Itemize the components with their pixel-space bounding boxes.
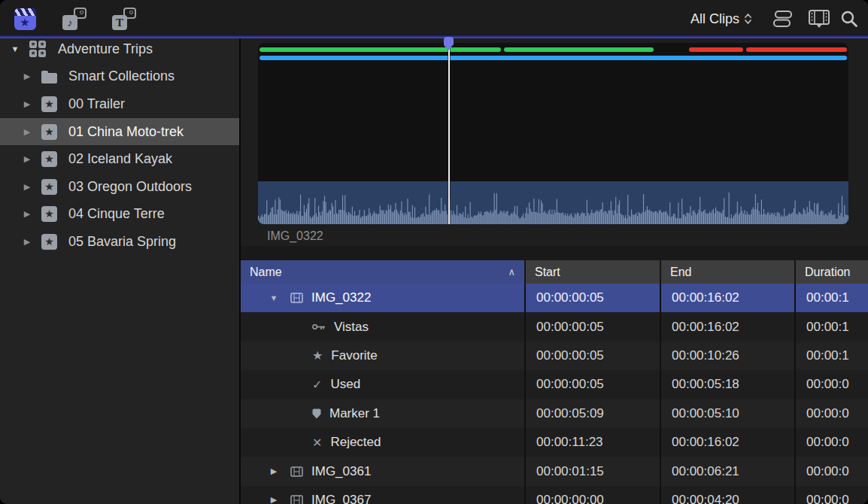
column-header-duration[interactable]: Duration (794, 260, 868, 284)
disclosure-triangle-icon[interactable]: ▶ (21, 182, 33, 192)
sidebar-item-00-trailer[interactable]: ▶★00 Trailer (0, 90, 239, 118)
final-cut-pro-browser-window: ★ ♪ T All Clips (0, 0, 868, 504)
sidebar-item-label: 03 Oregon Outdoors (68, 179, 192, 195)
playhead-handle[interactable] (444, 37, 454, 50)
row-name-label: Used (330, 377, 360, 392)
name-cell: ▶IMG_0367 (241, 486, 524, 504)
table-row-used[interactable]: ✓Used00:00:00:0500:00:05:1800:00:0 (241, 370, 868, 399)
start-cell: 00:00:11:23 (524, 428, 660, 457)
rejected-stripe (689, 47, 743, 52)
disclosure-triangle-icon[interactable]: ▶ (21, 237, 33, 247)
filmstrip-view-icon (808, 9, 830, 29)
table-body: ▼IMG_032200:00:00:0500:00:16:0200:00:1Vi… (241, 284, 868, 504)
start-cell: 00:00:00:05 (524, 342, 660, 370)
favorite-stripe (259, 47, 501, 52)
column-header-end[interactable]: End (660, 260, 794, 284)
duration-cell: 00:00:0 (794, 457, 868, 485)
name-cell: Vistas (241, 312, 524, 341)
end-cell: 00:00:10:26 (660, 342, 794, 370)
star-collection-icon: ★ (41, 96, 57, 112)
duration-cell: 00:00:0 (794, 370, 868, 399)
clip-filmstrip[interactable] (258, 43, 848, 224)
row-name-label: Favorite (331, 348, 377, 363)
disclosure-triangle-icon[interactable]: ▼ (268, 293, 280, 302)
end-cell: 00:00:06:21 (660, 457, 794, 485)
clip-library-sidebar-button[interactable]: ★ (12, 7, 38, 31)
table-row-rejected[interactable]: ✕Rejected00:00:11:2300:00:16:0200:00:0 (241, 428, 868, 457)
sidebar-item-label: 04 Cinque Terre (68, 206, 165, 222)
sidebar-item-label: 01 China Moto-trek (68, 124, 184, 140)
star-collection-icon: ★ (41, 206, 57, 222)
duration-cell: 00:00:1 (794, 312, 868, 341)
updown-chevron-icon (744, 12, 752, 26)
disclosure-triangle-icon[interactable]: ▶ (21, 209, 33, 219)
star-collection-icon: ★ (41, 234, 57, 250)
rejected-icon: ✕ (312, 436, 322, 450)
end-cell: 00:00:04:20 (660, 486, 794, 504)
end-cell: 00:00:05:10 (660, 399, 794, 428)
start-cell: 00:00:00:00 (524, 486, 660, 504)
sidebar-item-04-cinque-terre[interactable]: ▶★04 Cinque Terre (0, 201, 239, 229)
photos-audio-sidebar-button[interactable]: ♪ (62, 7, 87, 31)
search-button[interactable] (836, 7, 862, 31)
music-note-camera-icon: ♪ (62, 8, 86, 30)
clip-name-label: IMG_0322 (267, 229, 323, 243)
start-cell: 00:00:05:09 (524, 399, 660, 428)
keyword-stripe (259, 56, 847, 60)
filmstrip-frames (258, 43, 848, 181)
sidebar-item-01-china-moto-trek[interactable]: ▶★01 China Moto-trek (0, 118, 239, 146)
start-cell: 00:00:00:05 (524, 370, 660, 399)
star-collection-icon: ★ (41, 151, 57, 167)
sidebar-item-label: 00 Trailer (68, 96, 125, 112)
folder-icon (41, 70, 57, 83)
table-header: Name ∧ Start End Duration (241, 260, 868, 284)
sidebar-item-label: Adventure Trips (58, 41, 153, 57)
sidebar-item-03-oregon-outdoors[interactable]: ▶★03 Oregon Outdoors (0, 173, 239, 201)
disclosure-triangle-icon[interactable]: ▶ (268, 466, 280, 476)
favorite-stripe (504, 47, 654, 52)
table-row-marker-1[interactable]: Marker 100:00:05:0900:00:05:1000:00:0 (241, 399, 868, 428)
rejected-stripe (746, 47, 847, 52)
disclosure-triangle-icon[interactable]: ▶ (21, 99, 33, 109)
sidebar-item-label: Smart Collections (68, 68, 175, 84)
titles-generators-sidebar-button[interactable]: T (111, 7, 137, 31)
sidebar-item-smart-collections[interactable]: ▶Smart Collections (0, 63, 239, 91)
disclosure-triangle-icon[interactable]: ▼ (9, 44, 21, 53)
column-header-name[interactable]: Name ∧ (241, 260, 524, 284)
row-name-label: Rejected (330, 435, 381, 450)
playhead-line[interactable] (448, 43, 450, 224)
disclosure-triangle-icon[interactable]: ▶ (268, 495, 280, 504)
end-cell: 00:00:16:02 (660, 428, 794, 457)
favorite-icon: ★ (312, 348, 323, 363)
clip-icon (290, 495, 303, 504)
table-row-img-0361[interactable]: ▶IMG_036100:00:01:1500:00:06:2100:00:0 (241, 457, 868, 485)
sidebar-item-05-bavaria-spring[interactable]: ▶★05 Bavaria Spring (0, 228, 239, 256)
disclosure-triangle-icon[interactable]: ▶ (21, 154, 33, 164)
name-cell: ✕Rejected (241, 428, 524, 457)
clip-icon (290, 466, 303, 477)
name-cell: ▼IMG_0322 (241, 284, 524, 312)
star-collection-icon: ★ (41, 179, 57, 195)
duration-cell: 00:00:0 (794, 399, 868, 428)
sidebar-item-adventure-trips[interactable]: ▼★★★★Adventure Trips (0, 35, 239, 63)
sidebar-item-02-iceland-kayak[interactable]: ▶★02 Iceland Kayak (0, 145, 239, 173)
row-name-label: Marker 1 (329, 406, 380, 421)
end-cell: 00:00:16:02 (660, 312, 794, 341)
table-row-img-0322[interactable]: ▼IMG_032200:00:00:0500:00:16:0200:00:1 (241, 284, 868, 312)
library-icon: ★★★★ (29, 41, 47, 58)
duration-cell: 00:00:0 (794, 486, 868, 504)
row-name-label: IMG_0322 (311, 290, 371, 305)
disclosure-triangle-icon[interactable]: ▶ (21, 127, 33, 137)
list-view-button[interactable] (770, 7, 796, 31)
duration-cell: 00:00:1 (794, 284, 868, 312)
column-header-start[interactable]: Start (524, 260, 660, 284)
table-row-favorite[interactable]: ★Favorite00:00:00:0500:00:10:2600:00:1 (241, 342, 868, 370)
audio-waveform (258, 181, 848, 224)
filmstrip-view-button[interactable] (806, 7, 832, 31)
start-cell: 00:00:00:05 (524, 284, 660, 312)
clip-filter-dropdown[interactable]: All Clips (690, 8, 752, 29)
toolbar: ★ ♪ T All Clips (0, 0, 868, 38)
table-row-img-0367[interactable]: ▶IMG_036700:00:00:0000:00:04:2000:00:0 (241, 486, 868, 504)
table-row-vistas[interactable]: Vistas00:00:00:0500:00:16:0200:00:1 (241, 312, 868, 341)
disclosure-triangle-icon[interactable]: ▶ (21, 71, 33, 81)
